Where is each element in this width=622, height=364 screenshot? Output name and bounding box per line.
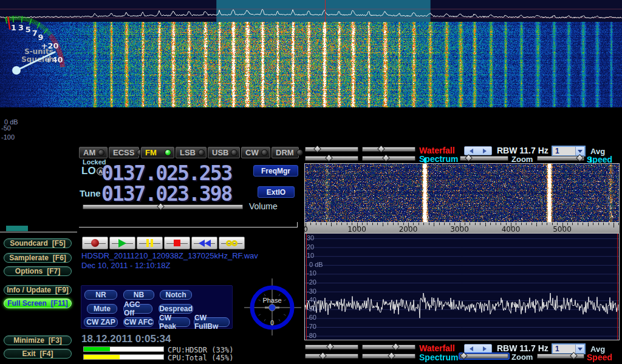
rx-waterfall-contrast-slider-top[interactable] <box>362 147 415 152</box>
rbw-stepper-bottom[interactable] <box>464 344 492 353</box>
rx-spectrum-min-slider-bottom[interactable] <box>305 354 358 359</box>
squelch-indicator[interactable] <box>6 226 28 231</box>
mode-cw-led-icon <box>261 149 268 156</box>
rbw-value-top: RBW 11.7 Hz <box>497 146 549 155</box>
dropdown-chevron-icon[interactable] <box>575 345 584 353</box>
cw-peak-button[interactable]: CW Peak <box>159 317 190 327</box>
rx-spectrum-max-slider-bottom[interactable] <box>362 354 415 359</box>
slider-thumb[interactable] <box>319 352 327 360</box>
stop-button[interactable] <box>164 237 190 249</box>
slider-thumb[interactable] <box>460 352 468 360</box>
mode-button-lsb[interactable]: LSB <box>176 147 207 158</box>
full-screen-label: Full Screen <box>7 299 47 308</box>
cw-fullbw-button[interactable]: CW FullBw <box>194 317 230 327</box>
cpu-hdsdr-bar <box>83 346 164 352</box>
mode-button-drm[interactable]: DRM <box>272 147 299 158</box>
info-update-button[interactable]: Info / Update[F9] <box>4 285 72 295</box>
db-scale-label: -40 <box>307 296 316 303</box>
squelch-slider-track[interactable] <box>0 232 77 232</box>
slider-thumb[interactable] <box>377 145 385 153</box>
mode-usb-label: USB <box>212 148 228 157</box>
rbw-decrease-icon[interactable] <box>470 346 473 351</box>
slider-thumb[interactable] <box>314 145 322 153</box>
cw-zap-button[interactable]: CW ZAP <box>84 317 118 327</box>
minimize-button[interactable]: Minimize[F3] <box>4 335 72 345</box>
extio-button[interactable]: ExtIO <box>258 186 295 198</box>
rx-waterfall-display[interactable] <box>305 164 619 222</box>
db-scale-label: 30 <box>307 234 314 241</box>
rx-frequency-ruler[interactable] <box>304 223 620 233</box>
db-scale-label: -20 <box>307 278 316 286</box>
speed-slider-top[interactable] <box>537 156 584 161</box>
rx-spectrum-frame: 3020100 dB-10-20-30-40-50-60-70-80 <box>304 233 620 340</box>
avg-count-select-bottom[interactable]: 1 <box>552 343 586 354</box>
agc-off-button[interactable]: AGC Off <box>123 304 152 314</box>
soundcard-button[interactable]: Soundcard[F5] <box>4 238 72 248</box>
pause-button[interactable] <box>137 237 163 249</box>
nb-button[interactable]: NB <box>123 290 154 300</box>
volume-slider[interactable] <box>83 204 243 209</box>
full-screen-button[interactable]: Full Screen[F11] <box>4 298 72 308</box>
options-button[interactable]: Options[F7] <box>4 266 72 276</box>
slider-thumb[interactable] <box>326 343 334 351</box>
record-button[interactable] <box>82 237 108 249</box>
mode-button-am[interactable]: AM <box>79 147 108 158</box>
play-button[interactable] <box>109 237 135 249</box>
nr-button[interactable]: NR <box>84 290 117 300</box>
mode-button-usb[interactable]: USB <box>208 147 240 158</box>
rbw-value-bottom: RBW 11.7 Hz <box>497 343 549 353</box>
phase-center-dot <box>269 305 276 311</box>
rx-spectrum-min-slider-top[interactable] <box>305 156 358 161</box>
mute-button[interactable]: Mute <box>87 304 117 314</box>
zoom-label-bottom: Zoom <box>511 352 533 362</box>
slider-thumb[interactable] <box>392 343 400 351</box>
mode-button-fm[interactable]: FM <box>141 147 174 158</box>
rx-waterfall-brightness-slider-bottom[interactable] <box>305 345 358 349</box>
tune-frequency-value[interactable]: 0137.023.398 <box>101 182 231 206</box>
mode-cw-label: CW <box>245 148 259 157</box>
cpu-total-bar-fill <box>84 355 120 359</box>
exit-button[interactable]: Exit[F4] <box>4 349 72 359</box>
rx-waterfall-contrast-slider-bottom[interactable] <box>362 345 415 349</box>
zoom-slider-top[interactable] <box>460 156 508 161</box>
cpu-total-label: CPU:Total (45%) <box>168 354 233 362</box>
slider-thumb[interactable] <box>465 154 473 162</box>
mode-button-cw[interactable]: CW <box>241 147 270 158</box>
spectrum-label-bottom: Spectrum <box>419 352 459 362</box>
db-scale-label: -70 <box>307 323 316 330</box>
volume-slider-thumb[interactable] <box>157 203 165 211</box>
zoom-slider-bottom[interactable] <box>460 354 508 359</box>
despread-button[interactable]: Despread <box>159 304 193 314</box>
slider-thumb[interactable] <box>326 154 333 162</box>
mode-lsb-label: LSB <box>180 148 196 157</box>
slider-thumb[interactable] <box>570 352 578 360</box>
soundcard-key: [F5] <box>52 239 66 248</box>
slider-thumb[interactable] <box>576 154 584 162</box>
samplerate-button[interactable]: Samplerate[F6] <box>4 253 72 263</box>
options-label: Options <box>15 267 43 275</box>
mode-am-led-icon <box>98 149 104 156</box>
rbw-decrease-icon[interactable] <box>470 149 473 153</box>
slider-thumb[interactable] <box>383 154 391 162</box>
mode-button-ecss[interactable]: ECSS <box>109 147 139 158</box>
phase-scope: Phase 0 <box>242 277 302 337</box>
notch-button[interactable]: Notch <box>160 290 192 300</box>
main-spectrum-display[interactable] <box>0 0 622 22</box>
slider-thumb[interactable] <box>388 352 395 360</box>
rx-waterfall-brightness-slider-top[interactable] <box>305 147 358 152</box>
info-update-key: [F9] <box>55 286 69 294</box>
rewind-button[interactable] <box>191 237 217 249</box>
exit-label: Exit <box>22 349 35 358</box>
loop-button[interactable] <box>219 237 245 249</box>
rx-spectrum-display[interactable] <box>305 234 619 340</box>
rx-spectrum-max-slider-top[interactable] <box>362 156 415 161</box>
mode-am-label: AM <box>83 148 95 157</box>
s-meter[interactable] <box>0 0 79 82</box>
cw-afc-button[interactable]: CW AFC <box>123 317 154 327</box>
speed-label-bottom: Speed <box>587 352 612 362</box>
rbw-increase-icon[interactable] <box>483 346 487 351</box>
freqmgr-button[interactable]: FreqMgr <box>253 165 298 177</box>
recording-timestamp: Dec 10, 2011 - 12:10:18Z <box>81 261 170 270</box>
speed-slider-bottom[interactable] <box>537 354 584 359</box>
rbw-increase-icon[interactable] <box>483 149 487 153</box>
